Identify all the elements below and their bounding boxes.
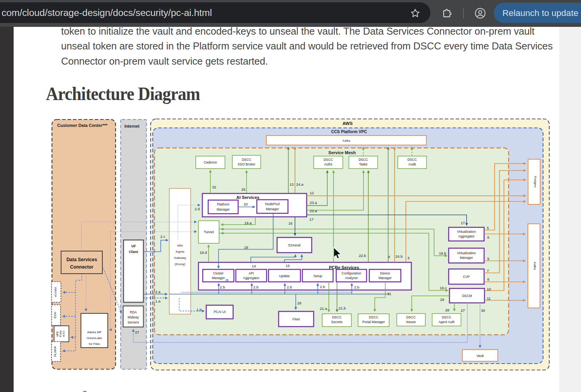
svg-text:8: 8 [487,277,489,281]
svg-text:31: 31 [387,292,391,296]
svg-text:Manager: Manager [379,276,392,280]
svg-text:Virtualization: Virtualization [457,230,476,234]
svg-text:Service Mesh: Service Mesh [328,150,356,155]
svg-text:Portal Manager: Portal Manager [362,320,385,324]
svg-text:Cluster: Cluster [213,271,224,275]
svg-text:HPE: HPE [56,331,59,336]
svg-text:Postgres: Postgres [534,176,537,188]
svg-text:DL380A: DL380A [53,346,57,357]
svg-text:Configuration: Configuration [342,271,362,275]
svg-text:DSCC: DSCC [242,158,251,162]
svg-text:Secrets: Secrets [331,320,342,324]
svg-text:17: 17 [461,221,465,225]
svg-text:27: 27 [461,308,465,313]
svg-text:Tasks: Tasks [359,162,368,166]
svg-text:2.a: 2.a [155,290,161,294]
svg-text:15: 15 [286,264,290,268]
svg-text:7: 7 [487,269,489,273]
svg-text:19.d: 19.d [200,250,207,255]
svg-text:DSCC: DSCC [358,158,368,162]
svg-text:PCBe Services: PCBe Services [329,265,359,270]
svg-text:UI/: UI/ [132,244,136,248]
svg-text:21.b: 21.b [339,306,346,310]
svg-text:5: 5 [487,226,489,230]
svg-text:17: 17 [309,217,314,221]
svg-text:13: 13 [290,182,294,186]
svg-text:DSCC: DSCC [332,315,341,319]
svg-text:Customer Data Center***: Customer Data Center*** [57,123,108,128]
svg-text:22.b: 22.b [359,253,366,258]
svg-text:CVP: CVP [463,275,470,279]
svg-text:29: 29 [440,297,444,302]
svg-text:21.a: 21.a [320,306,327,311]
svg-text:24.a: 24.a [296,182,304,186]
svg-text:20: 20 [244,202,248,206]
svg-text:Kafka: Kafka [533,262,537,270]
svg-text:Manager: Manager [212,276,225,280]
svg-text:14: 14 [252,264,256,268]
svg-text:Cadence: Cadence [204,160,217,164]
svg-text:Platform: Platform [217,202,230,206]
svg-text:24.b: 24.b [395,254,403,258]
svg-text:27: 27 [135,330,139,334]
svg-text:3: 3 [407,256,409,260]
svg-text:32: 32 [212,185,216,189]
svg-text:DSCC: DSCC [369,315,378,319]
svg-text:18: 18 [244,245,248,250]
svg-text:19.a: 19.a [244,221,252,225]
svg-text:Aggregator: Aggregator [243,276,259,280]
svg-text:Manager: Manager [217,207,230,211]
svg-text:(Envoy): (Envoy) [175,262,186,266]
svg-text:vCenter: vCenter [54,287,57,297]
svg-text:AWS: AWS [342,121,353,126]
svg-text:DSCM: DSCM [462,294,472,298]
svg-text:2.b: 2.b [354,285,359,289]
svg-text:1.b: 1.b [197,308,202,312]
svg-text:11: 11 [487,296,491,301]
svg-text:Internet: Internet [125,124,140,128]
svg-text:Manager: Manager [266,207,279,211]
svg-text:28: 28 [445,308,449,312]
svg-text:2.b: 2.b [287,285,292,289]
svg-text:Servers: Servers [128,320,139,324]
svg-text:2.b: 2.b [220,285,225,289]
svg-text:16: 16 [288,221,293,225]
svg-text:Fleet: Fleet [293,317,300,321]
svg-text:Midway: Midway [128,315,139,319]
svg-text:22.a: 22.a [310,209,317,213]
svg-text:API: API [249,271,254,275]
svg-text:DSCC: DSCC [407,158,417,162]
svg-text:1.a: 1.a [155,299,161,303]
svg-text:Setup: Setup [313,274,322,278]
svg-text:6: 6 [487,235,489,239]
svg-text:Issues: Issues [406,320,416,324]
svg-text:12: 12 [310,191,314,195]
svg-text:Agent Auth: Agent Auth [439,320,455,324]
svg-text:ESXi: ESXi [53,312,57,318]
svg-text:2.c: 2.c [160,234,165,239]
svg-text:DSCC: DSCC [323,158,333,162]
svg-text:Audit: Audit [408,162,416,166]
svg-text:Connector: Connector [70,264,93,270]
svg-text:PCAI UI: PCAI UI [214,310,226,314]
svg-text:4: 4 [388,255,390,259]
svg-text:23.a: 23.a [310,200,317,205]
svg-text:Vault: Vault [476,354,484,358]
svg-text:26: 26 [225,279,228,281]
svg-text:10: 10 [487,287,491,291]
svg-text:Analyzer: Analyzer [345,276,358,280]
svg-text:Prolia: Prolia [59,330,62,337]
svg-text:GreenLake: GreenLake [87,336,102,340]
svg-text:nt 8.0: nt 8.0 [62,330,65,337]
svg-text:2.d: 2.d [195,207,200,211]
svg-text:Data Services: Data Services [67,257,97,262]
svg-text:DSCC: DSCC [406,315,416,319]
svg-text:DSCC: DSCC [442,315,451,319]
svg-text:Manager: Manager [460,256,473,260]
svg-text:CCS Platform VPC: CCS Platform VPC [331,129,367,134]
svg-text:Aggregator: Aggregator [458,234,474,238]
svg-text:25: 25 [241,187,246,192]
svg-text:2.b: 2.b [320,285,325,289]
svg-text:Kafka: Kafka [342,139,350,142]
svg-text:SSO Broker: SSO Broker [238,162,256,166]
